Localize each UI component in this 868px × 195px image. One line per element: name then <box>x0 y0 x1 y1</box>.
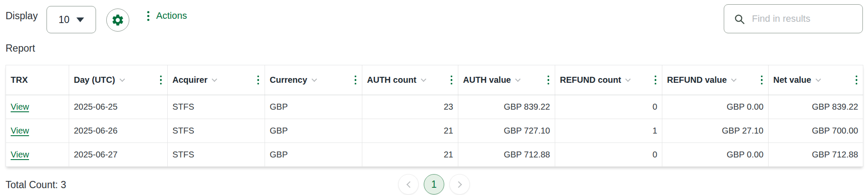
refund-count-cell: 1 <box>555 119 662 143</box>
table-row: View 2025-06-27 STFS GBP 21 GBP 712.88 0… <box>6 143 863 167</box>
page-1-button[interactable]: 1 <box>424 174 444 195</box>
column-header-acquirer[interactable]: Acquirer <box>168 65 265 95</box>
currency-cell: GBP <box>265 143 362 167</box>
sort-chevron-icon <box>119 76 125 82</box>
day-cell: 2025-06-26 <box>69 119 168 143</box>
acquirer-cell: STFS <box>168 95 265 119</box>
net-value-cell: GBP 839.22 <box>769 95 863 119</box>
search-icon <box>734 13 745 25</box>
actions-label: Actions <box>156 10 187 21</box>
view-link[interactable]: View <box>11 150 29 159</box>
kebab-icon <box>147 11 149 21</box>
refund-value-cell: GBP 0.00 <box>662 143 769 167</box>
previous-page-button[interactable] <box>398 174 419 195</box>
chevron-right-icon <box>455 181 462 188</box>
total-count-label: Total Count: 3 <box>6 179 66 191</box>
column-header-auth-count[interactable]: AUTH count <box>362 65 458 95</box>
report-title: Report <box>6 43 35 54</box>
column-header-net-value[interactable]: Net value <box>769 65 863 95</box>
refund-count-cell: 0 <box>555 143 662 167</box>
column-header-refund-value[interactable]: REFUND value <box>662 65 769 95</box>
view-link[interactable]: View <box>11 126 29 135</box>
caret-down-icon <box>76 17 84 22</box>
table-row: View 2025-06-25 STFS GBP 23 GBP 839.22 0… <box>6 95 863 119</box>
refund-value-cell: GBP 27.10 <box>662 119 769 143</box>
settings-button[interactable] <box>106 9 129 32</box>
auth-value-cell: GBP 712.88 <box>458 143 555 167</box>
page-size-value: 10 <box>58 14 70 26</box>
acquirer-cell: STFS <box>168 119 265 143</box>
net-value-cell: GBP 700.00 <box>769 119 863 143</box>
column-menu-icon[interactable] <box>655 76 657 85</box>
sort-chevron-icon <box>515 76 521 82</box>
page-size-dropdown[interactable]: 10 <box>47 6 96 33</box>
search-input[interactable] <box>752 13 856 24</box>
column-menu-icon[interactable] <box>548 76 550 85</box>
find-in-results-search[interactable] <box>724 4 863 33</box>
column-menu-icon[interactable] <box>856 76 858 85</box>
refund-count-cell: 0 <box>555 95 662 119</box>
column-header-refund-count[interactable]: REFUND count <box>555 65 662 95</box>
table-row: View 2025-06-26 STFS GBP 21 GBP 727.10 1… <box>6 119 863 143</box>
auth-value-cell: GBP 839.22 <box>458 95 555 119</box>
next-page-button[interactable] <box>449 174 470 195</box>
pagination: 1 <box>398 174 470 195</box>
chevron-left-icon <box>406 181 413 188</box>
gear-icon <box>111 13 125 27</box>
view-link[interactable]: View <box>11 102 29 111</box>
acquirer-cell: STFS <box>168 143 265 167</box>
column-header-auth-value[interactable]: AUTH value <box>458 65 555 95</box>
sort-chevron-icon <box>212 76 217 82</box>
day-cell: 2025-06-25 <box>69 95 168 119</box>
currency-cell: GBP <box>265 119 362 143</box>
auth-value-cell: GBP 727.10 <box>458 119 555 143</box>
header-row: TRX Day (UTC) Acquirer <box>6 65 863 95</box>
column-header-trx: TRX <box>6 65 69 95</box>
column-menu-icon[interactable] <box>160 76 162 85</box>
sort-chevron-icon <box>731 76 737 82</box>
sort-chevron-icon <box>421 76 426 82</box>
auth-count-cell: 21 <box>362 119 458 143</box>
auth-count-cell: 21 <box>362 143 458 167</box>
sort-chevron-icon <box>816 76 821 82</box>
column-menu-icon[interactable] <box>355 76 357 85</box>
actions-menu[interactable]: Actions <box>147 10 187 21</box>
net-value-cell: GBP 712.88 <box>769 143 863 167</box>
column-header-currency[interactable]: Currency <box>265 65 362 95</box>
sort-chevron-icon <box>312 76 317 82</box>
report-table: TRX Day (UTC) Acquirer <box>6 65 863 167</box>
column-menu-icon[interactable] <box>257 76 259 85</box>
column-menu-icon[interactable] <box>761 76 763 85</box>
auth-count-cell: 23 <box>362 95 458 119</box>
currency-cell: GBP <box>265 95 362 119</box>
report-results-page: Display 10 Actions Report TRX <box>0 0 868 195</box>
refund-value-cell: GBP 0.00 <box>662 95 769 119</box>
day-cell: 2025-06-27 <box>69 143 168 167</box>
column-header-day-utc[interactable]: Day (UTC) <box>69 65 168 95</box>
sort-chevron-icon <box>625 76 631 82</box>
column-menu-icon[interactable] <box>451 76 453 85</box>
display-label: Display <box>6 10 38 22</box>
